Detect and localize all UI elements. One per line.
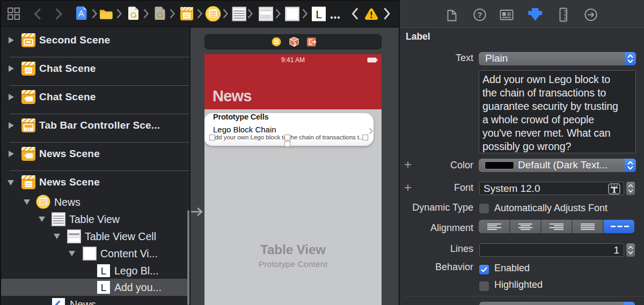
svg-text:L: L bbox=[101, 282, 106, 293]
svg-text:L: L bbox=[316, 8, 322, 20]
svg-text:L: L bbox=[101, 265, 106, 277]
svg-text:1: 1 bbox=[294, 41, 296, 47]
svg-text:?: ? bbox=[478, 11, 482, 19]
